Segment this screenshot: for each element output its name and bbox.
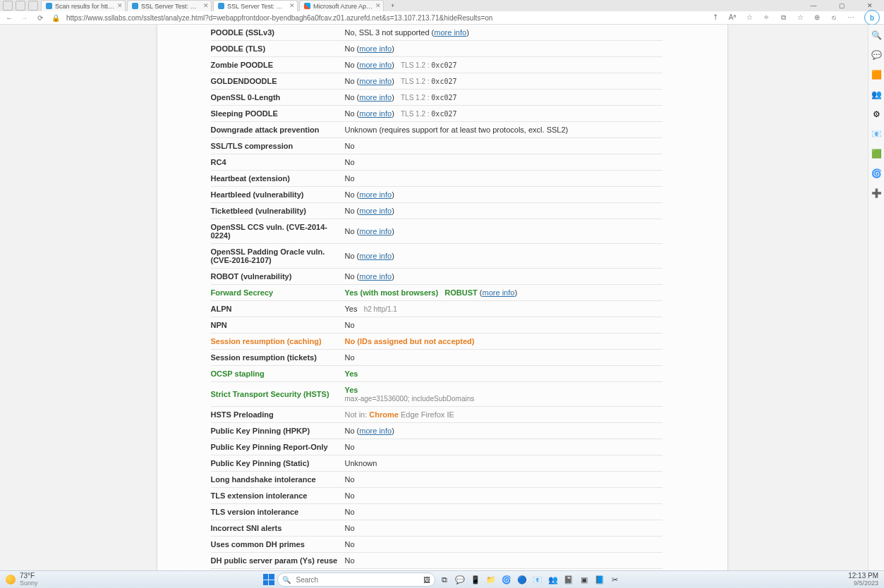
detail-label: Downgrade attack prevention xyxy=(211,122,345,138)
toolbar-icon[interactable]: ☆ xyxy=(744,13,754,22)
more-info-link[interactable]: more info xyxy=(359,109,392,118)
browser-tab[interactable]: Microsoft Azure App Service · W…✕ xyxy=(299,0,384,11)
detail-value: No xyxy=(345,317,662,333)
detail-value: No, SSL 3 not supported (more info) xyxy=(345,25,662,41)
detail-value: No xyxy=(345,138,662,154)
detail-row: POODLE (TLS)No (more info) xyxy=(211,41,662,57)
more-info-link[interactable]: more info xyxy=(359,190,392,199)
detail-label: SSL/TLS compression xyxy=(211,138,345,154)
toolbar-icon[interactable]: ⊕ xyxy=(812,13,822,22)
detail-row: Forward SecrecyYes (with most browsers) … xyxy=(211,285,662,301)
toolbar-icon[interactable]: ☆ xyxy=(795,13,805,22)
more-info-link[interactable]: more info xyxy=(359,77,392,85)
sidebar-app-icon[interactable]: ⚙ xyxy=(871,109,881,119)
address-bar: ← → ⟳ 🔒 https://www.ssllabs.com/ssltest/… xyxy=(0,11,884,25)
back-button[interactable]: ← xyxy=(4,14,14,22)
sidebar-app-icon[interactable]: 👥 xyxy=(871,90,881,99)
detail-label: POODLE (SSLv3) xyxy=(211,25,345,41)
detail-label: Uses common DH primes xyxy=(211,537,345,553)
browser-tab[interactable]: Scan results for https://webapp…✕ xyxy=(41,0,126,11)
tab-title: SSL Server Test: webappfrontdo… xyxy=(227,3,287,10)
profile-icon[interactable] xyxy=(3,1,13,11)
detail-label: ROBOT (vulnerability) xyxy=(211,269,345,285)
sidebar-app-icon[interactable]: 🟧 xyxy=(871,70,881,80)
detail-row: RC4No xyxy=(211,154,662,171)
browser-tab[interactable]: SSL Server Test: webappfrontdo…✕ xyxy=(213,0,298,11)
sidebar-app-icon[interactable]: 💬 xyxy=(871,50,881,60)
tab-close-button[interactable]: ✕ xyxy=(203,2,209,9)
favicon-icon xyxy=(218,3,224,9)
tab-close-button[interactable]: ✕ xyxy=(117,2,123,9)
more-info-link[interactable]: more info xyxy=(359,252,392,260)
workspace-icon[interactable] xyxy=(16,1,25,11)
detail-label: Session resumption (caching) xyxy=(211,333,345,350)
detail-value: No (more info) TLS 1.2 : 0xc027 xyxy=(345,106,662,122)
more-info-link[interactable]: more info xyxy=(359,227,392,235)
detail-row: OpenSSL 0-LengthNo (more info) TLS 1.2 :… xyxy=(211,90,662,106)
bing-chat-button[interactable]: b xyxy=(864,10,880,25)
detail-value: Unknown xyxy=(345,455,662,472)
more-info-link[interactable]: more info xyxy=(434,28,466,37)
page-viewport[interactable]: POODLE (SSLv3)No, SSL 3 not supported (m… xyxy=(0,25,884,572)
maximize-button[interactable]: ▢ xyxy=(828,2,856,9)
more-info-link[interactable]: more info xyxy=(359,93,392,102)
detail-value: Unknown (requires support for at least t… xyxy=(345,122,662,138)
sidebar-app-icon[interactable]: 🟩 xyxy=(871,149,881,159)
detail-row: ALPNYes h2 http/1.1 xyxy=(211,301,662,317)
sidebar-app-icon[interactable]: ➕ xyxy=(871,188,881,198)
edge-sidebar: 🔍💬🟧👥⚙📧🟩🌀➕ xyxy=(868,25,884,572)
tab-close-button[interactable]: ✕ xyxy=(289,2,295,9)
url-input[interactable]: https://www.ssllabs.com/ssltest/analyze.… xyxy=(66,14,705,22)
toolbar-icon[interactable]: Aª xyxy=(727,13,737,22)
detail-value: No xyxy=(345,171,662,187)
browser-tab-strip: Scan results for https://webapp…✕SSL Ser… xyxy=(0,0,884,11)
toolbar-icon[interactable]: ⎋ xyxy=(829,13,839,22)
detail-row: Incorrect SNI alertsNo xyxy=(211,520,662,537)
minimize-button[interactable]: — xyxy=(799,2,828,9)
detail-label: Forward Secrecy xyxy=(211,285,345,301)
toolbar-icon[interactable]: ✧ xyxy=(761,13,771,22)
new-tab-button[interactable]: + xyxy=(387,2,399,9)
close-window-button[interactable]: ✕ xyxy=(856,2,884,9)
more-info-link[interactable]: more info xyxy=(359,61,392,69)
sidebar-app-icon[interactable]: 🌀 xyxy=(871,169,881,178)
detail-row: Strict Transport Security (HSTS)Yesmax-a… xyxy=(211,382,662,407)
more-info-link[interactable]: more info xyxy=(359,427,392,435)
sidebar-app-icon[interactable]: 📧 xyxy=(871,129,881,139)
more-info-link[interactable]: more info xyxy=(359,272,392,281)
detail-row: Long handshake intoleranceNo xyxy=(211,472,662,488)
favicon-icon xyxy=(132,3,138,9)
toolbar-icon[interactable]: ⤒ xyxy=(710,13,720,22)
detail-row: Session resumption (tickets)No xyxy=(211,350,662,366)
detail-row: ROBOT (vulnerability)No (more info) xyxy=(211,269,662,285)
tab-title: Microsoft Azure App Service · W… xyxy=(313,3,373,10)
detail-row: Session resumption (caching)No (IDs assi… xyxy=(211,333,662,350)
toolbar-icon[interactable]: ⧉ xyxy=(778,13,788,22)
more-info-link[interactable]: more info xyxy=(359,44,392,53)
detail-row: NPNNo xyxy=(211,317,662,333)
detail-label: Ticketbleed (vulnerability) xyxy=(211,203,345,219)
detail-label: OpenSSL 0-Length xyxy=(211,90,345,106)
more-info-link[interactable]: more info xyxy=(359,207,392,215)
detail-row: Public Key Pinning Report-OnlyNo xyxy=(211,439,662,455)
browser-tab[interactable]: SSL Server Test: webappfrontdo…✕ xyxy=(127,0,212,11)
detail-label: OpenSSL Padding Oracle vuln. (CVE-2016-2… xyxy=(211,244,345,269)
detail-row: Heartbeat (extension)No xyxy=(211,171,662,187)
detail-row: SSL/TLS compressionNo xyxy=(211,138,662,154)
forward-button[interactable]: → xyxy=(20,14,30,22)
detail-row: Public Key Pinning (Static)Unknown xyxy=(211,455,662,472)
favicon-icon xyxy=(46,3,52,9)
sidebar-app-icon[interactable]: 🔍 xyxy=(871,30,881,40)
detail-label: RC4 xyxy=(211,154,345,171)
reload-button[interactable]: ⟳ xyxy=(35,14,45,22)
detail-value: No (more info) xyxy=(345,244,662,269)
detail-row: OpenSSL CCS vuln. (CVE-2014-0224)No (mor… xyxy=(211,219,662,244)
tabactions-icon[interactable] xyxy=(28,1,38,11)
tab-close-button[interactable]: ✕ xyxy=(375,2,381,9)
detail-row: Zombie POODLENo (more info) TLS 1.2 : 0x… xyxy=(211,57,662,73)
toolbar-icon[interactable]: ⋯ xyxy=(846,13,856,22)
detail-value: No (more info) xyxy=(345,187,662,203)
detail-label: DH public server param (Ys) reuse xyxy=(211,553,345,569)
detail-value: No xyxy=(345,553,662,569)
more-info-link[interactable]: more info xyxy=(483,288,515,297)
